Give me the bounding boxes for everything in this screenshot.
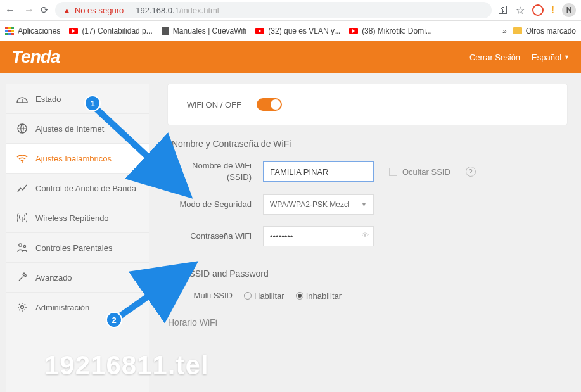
content-area: WiFi ON / OFF Nombre y Contraseña de WiF… <box>149 84 575 392</box>
annotation-arrow-2 <box>114 253 209 323</box>
antenna-icon <box>16 213 28 223</box>
bookmark-star-icon[interactable]: ☆ <box>516 4 525 16</box>
folder-icon <box>513 27 522 34</box>
bookmark-item[interactable]: (17) Contabilidad p... <box>69 27 152 35</box>
watermark-text: 19216811.tel <box>44 350 209 381</box>
hide-ssid-label: Ocultar SSID <box>402 167 450 177</box>
wifi-toggle[interactable] <box>257 98 282 111</box>
main-layout: Estado Ajustes de Internet Ajustes Inalá… <box>0 73 581 392</box>
security-select[interactable]: WPA/WPA2-PSK Mezcl ▼ <box>263 194 374 215</box>
ssid-row: Nombre de WiFi (SSID) Ocultar SSID ? <box>168 160 567 183</box>
youtube-icon <box>255 28 264 34</box>
language-selector[interactable]: Español ▼ <box>532 53 570 62</box>
tools-icon <box>16 272 28 282</box>
reload-button[interactable]: ⟳ <box>41 4 49 16</box>
svg-point-2 <box>19 244 22 246</box>
enable-label: Habilitar <box>254 291 284 301</box>
disable-radio[interactable] <box>296 292 303 300</box>
bookmark-item[interactable]: (32) que es VLAN y... <box>255 27 340 35</box>
youtube-icon <box>349 28 358 34</box>
gear-icon <box>16 302 28 312</box>
url-text: 192.168.0.1/index.html <box>129 6 219 15</box>
svg-point-1 <box>22 161 23 163</box>
annotation-badge-1: 1 <box>84 95 101 111</box>
help-icon[interactable]: ? <box>466 167 476 177</box>
svg-line-6 <box>119 265 193 317</box>
browser-right-controls: ⚿ ☆ ! N <box>498 3 576 17</box>
app-header: Tenda Cerrar Sesión Español ▼ <box>0 41 581 73</box>
chevron-down-icon: ▼ <box>361 201 367 208</box>
annotation-badge-2: 2 <box>106 312 122 328</box>
bookmark-item[interactable]: (38) Mikrotik: Domi... <box>349 27 432 35</box>
password-row: Contraseña WiFi 👁 <box>168 226 567 246</box>
svg-line-5 <box>95 108 188 194</box>
password-input[interactable] <box>263 226 374 246</box>
apps-button[interactable]: Aplicaciones <box>5 27 60 35</box>
alert-icon[interactable]: ! <box>551 4 554 16</box>
url-bar[interactable]: ▲ No es seguro 192.168.0.1/index.html <box>55 2 492 18</box>
password-label: Contraseña WiFi <box>168 231 263 242</box>
other-bookmarks[interactable]: Otros marcado <box>513 27 576 35</box>
profile-avatar[interactable]: N <box>562 3 576 17</box>
multi-ssid-section: Multi SSID and Password Multi SSID Habil… <box>168 258 567 301</box>
apps-grid-icon <box>5 27 14 35</box>
section-title: Nombre y Contraseña de WiFi <box>168 139 567 149</box>
nav-arrows: ← → <box>5 4 34 16</box>
bookmarks-bar: Aplicaciones (17) Contabilidad p... Manu… <box>0 21 581 41</box>
wifi-onoff-card: WiFi ON / OFF <box>168 84 567 125</box>
schedule-title: Horario WiFi <box>168 317 567 327</box>
family-icon <box>16 243 28 253</box>
enable-radio[interactable] <box>244 292 252 300</box>
svg-point-3 <box>23 245 25 247</box>
wifi-icon <box>16 153 28 163</box>
ssid-input[interactable] <box>263 161 374 182</box>
hide-ssid-checkbox[interactable] <box>389 168 397 176</box>
security-warning: ▲ No es seguro <box>63 6 124 15</box>
bookmarks-overflow[interactable]: » <box>502 27 507 35</box>
youtube-icon <box>69 28 78 34</box>
insecure-label: No es seguro <box>75 6 124 15</box>
chevron-down-icon: ▼ <box>564 54 570 60</box>
warning-icon: ▲ <box>63 6 71 15</box>
apps-label: Aplicaciones <box>18 27 60 35</box>
wifi-settings-section: Nombre y Contraseña de WiFi Nombre de Wi… <box>168 139 567 327</box>
disable-label: Inhabilitar <box>306 291 342 301</box>
opera-icon[interactable] <box>532 4 544 16</box>
chart-icon <box>16 183 28 193</box>
browser-toolbar: ← → ⟳ ▲ No es seguro 192.168.0.1/index.h… <box>0 0 581 21</box>
annotation-arrow-1 <box>90 103 204 210</box>
key-icon[interactable]: ⚿ <box>498 4 508 16</box>
multi-ssid-title: Multi SSID and Password <box>168 269 567 279</box>
bookmark-item[interactable]: Manuales | CuevaWifi <box>162 27 247 35</box>
globe-icon <box>16 123 28 134</box>
forward-button[interactable]: → <box>24 4 34 16</box>
back-button[interactable]: ← <box>5 4 15 16</box>
doc-icon <box>162 27 169 35</box>
dashboard-icon <box>16 94 28 104</box>
show-password-icon[interactable]: 👁 <box>362 231 369 239</box>
svg-point-4 <box>21 306 24 309</box>
logout-link[interactable]: Cerrar Sesión <box>469 53 520 62</box>
security-row: Modo de Seguridad WPA/WPA2-PSK Mezcl ▼ <box>168 194 567 215</box>
brand-logo: Tenda <box>11 47 60 67</box>
